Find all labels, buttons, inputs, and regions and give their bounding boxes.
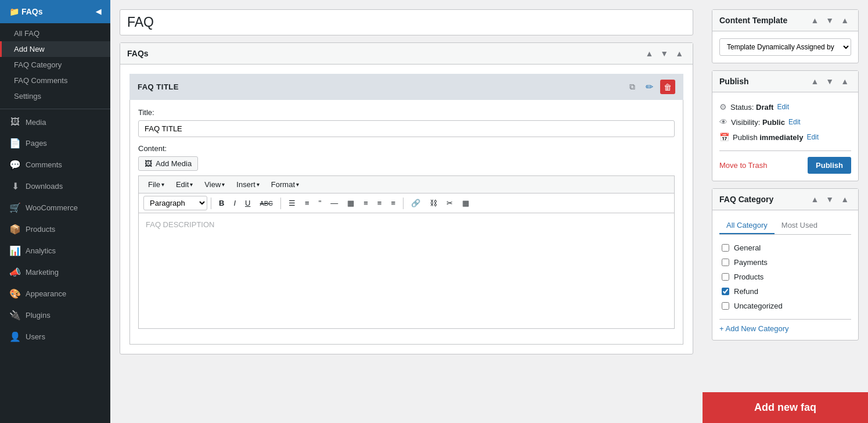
faq-content-group: Content: 🖼 Add Media File ▾ Edit ▾ View … [138,144,675,329]
underline-btn[interactable]: U [241,196,254,210]
sidebar-item-appearance[interactable]: 🎨 Appearance [0,283,110,304]
faqs-panel-up-btn[interactable]: ▲ [643,48,655,59]
toolbar-sep-1 [211,198,211,209]
faq-edit-btn[interactable]: ✏ [642,80,657,94]
cat-tab-most-used[interactable]: Most Used [775,217,824,234]
ordered-list-btn[interactable]: ≡ [301,196,314,210]
sidebar-item-media[interactable]: 🖼 Media [0,112,110,132]
cat-checkbox-products[interactable] [722,273,729,281]
sidebar-item-plugins[interactable]: 🔌 Plugins [0,304,110,326]
cat-checkbox-payments[interactable] [722,259,729,266]
content-template-down-btn[interactable]: ▼ [823,15,836,26]
blockquote-btn[interactable]: " [315,196,326,210]
faqs-panel-down-btn[interactable]: ▼ [658,48,671,59]
hr-btn[interactable]: — [326,196,342,210]
status-edit-link[interactable]: Edit [777,103,789,111]
cat-checkbox-refund[interactable] [722,288,729,295]
sidebar-item-analytics[interactable]: 📊 Analytics [0,240,110,261]
menu-file[interactable]: File ▾ [143,178,169,191]
sidebar-item-settings[interactable]: Settings [0,88,110,104]
menu-insert[interactable]: Insert ▾ [232,178,264,191]
cat-label-refund[interactable]: Refund [734,287,758,296]
sidebar-item-pages[interactable]: 📄 Pages [0,132,110,154]
sidebar-item-marketing-label: Marketing [26,268,59,277]
bold-btn[interactable]: B [215,196,228,210]
move-to-trash-link[interactable]: Move to Trash [719,161,767,170]
sidebar-item-woocommerce[interactable]: 🛒 WooCommerce [0,197,110,218]
faq-category-up-btn[interactable]: ▲ [808,193,821,205]
align-right-btn[interactable]: ≡ [387,196,399,210]
folder-icon: 📁 [9,7,19,16]
align-btn[interactable]: ▦ [343,196,358,210]
sidebar-item-users[interactable]: 👤 Users [0,326,110,347]
visibility-edit-link[interactable]: Edit [788,118,801,126]
sidebar-item-appearance-label: Appearance [26,289,66,298]
align-center-btn[interactable]: ≡ [373,196,386,210]
faq-block-actions: ⧉ ✏ 🗑 [626,80,675,94]
table-btn[interactable]: ▦ [458,196,473,210]
unlink-btn[interactable]: ⛓ [426,196,441,210]
unordered-list-btn[interactable]: ☰ [284,196,300,210]
publish-down-btn[interactable]: ▼ [823,76,836,87]
add-new-category-link[interactable]: + Add New Category [719,319,851,333]
cat-checkbox-uncategorized[interactable] [722,302,729,310]
sidebar-item-downloads[interactable]: ⬇ Downloads [0,175,110,197]
faq-category-header: FAQ Category ▲ ▼ ▲ [712,189,858,210]
sidebar-item-analytics-label: Analytics [26,246,56,255]
sidebar-sub-menu: All FAQ Add New FAQ Category FAQ Comment… [0,23,110,106]
menu-edit[interactable]: Edit ▾ [171,178,197,191]
cat-checkbox-general[interactable] [722,244,729,252]
sidebar-item-faq-category[interactable]: FAQ Category [0,57,110,73]
faq-block-header: FAQ TITLE ⧉ ✏ 🗑 [129,74,683,100]
align-left-btn[interactable]: ≡ [359,196,372,210]
sidebar-item-media-label: Media [26,118,46,127]
cat-label-general[interactable]: General [734,243,761,252]
menu-view[interactable]: View ▾ [200,178,229,191]
paragraph-select[interactable]: Paragraph Heading 1 Heading 2 Heading 3 … [143,196,207,210]
sidebar-item-marketing[interactable]: 📣 Marketing [0,261,110,283]
sidebar-item-comments[interactable]: 💬 Comments [0,154,110,175]
publish-controls: ▲ ▼ ▲ [808,76,851,87]
cat-item-general: General [719,241,851,255]
faq-category-toggle-btn[interactable]: ▲ [838,193,851,205]
woocommerce-icon: 🛒 [9,202,21,213]
collapse-icon: ◀ [96,8,101,16]
faq-title-input[interactable] [138,120,675,137]
faq-content-label: Content: [138,144,675,153]
faq-title-label: Title: [138,108,675,117]
cat-tab-all[interactable]: All Category [719,217,775,234]
faq-category-down-btn[interactable]: ▼ [823,193,836,205]
content-template-title: Content Template [719,16,787,25]
italic-btn[interactable]: I [229,196,240,210]
insert-more-btn[interactable]: ✂ [442,196,457,210]
add-new-faq-button[interactable]: Add new faq [703,392,868,423]
add-media-button[interactable]: 🖼 Add Media [138,156,198,171]
cat-label-payments[interactable]: Payments [734,258,768,267]
cat-label-products[interactable]: Products [734,273,763,281]
publish-timing-edit-link[interactable]: Edit [806,133,819,141]
link-btn[interactable]: 🔗 [407,196,424,210]
sidebar-faqs-header[interactable]: 📁 FAQs ◀ [0,0,110,23]
sidebar-item-add-new[interactable]: Add New [0,41,110,57]
content-template-toggle-btn[interactable]: ▲ [838,15,851,26]
sidebar-item-faq-comments[interactable]: FAQ Comments [0,73,110,88]
faqs-panel-title: FAQs [127,49,149,58]
sidebar-item-products[interactable]: 📦 Products [0,218,110,240]
cat-item-products: Products [719,270,851,284]
faq-duplicate-btn[interactable]: ⧉ [626,80,639,94]
faq-category-box: FAQ Category ▲ ▼ ▲ All Category Most Use… [712,188,859,340]
publish-button[interactable]: Publish [808,157,851,174]
sidebar-item-all-faq[interactable]: All FAQ [0,26,110,41]
visibility-row: 👁 Visibility: Public Edit [719,114,851,130]
publish-up-btn[interactable]: ▲ [808,76,821,87]
editor-area[interactable]: FAQ DESCRIPTION [138,213,675,329]
cat-label-uncategorized[interactable]: Uncategorized [734,302,783,310]
menu-format[interactable]: Format ▾ [266,178,304,191]
template-select[interactable]: Template Dynamically Assigned by ... Def… [719,38,851,56]
faqs-panel-toggle-btn[interactable]: ▲ [673,48,686,59]
strikethrough-btn[interactable]: ABC [255,198,277,209]
content-template-up-btn[interactable]: ▲ [808,15,821,26]
publish-toggle-btn[interactable]: ▲ [838,76,851,87]
faq-delete-btn[interactable]: 🗑 [660,80,675,94]
page-title-input[interactable] [120,9,693,35]
